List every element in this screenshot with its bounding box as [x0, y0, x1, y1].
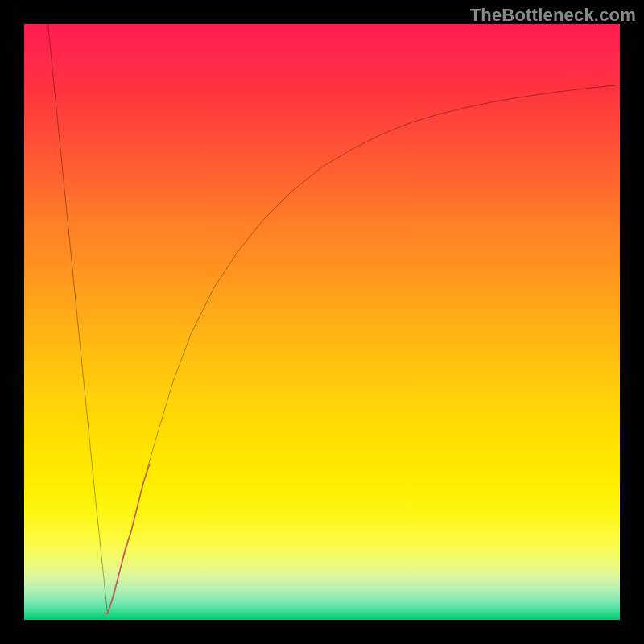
- highlight-path: [105, 465, 150, 614]
- chart-frame: TheBottleneck.com: [0, 0, 644, 644]
- plot-area: [24, 24, 620, 620]
- highlight-curve: [24, 24, 620, 620]
- watermark-text: TheBottleneck.com: [470, 5, 636, 26]
